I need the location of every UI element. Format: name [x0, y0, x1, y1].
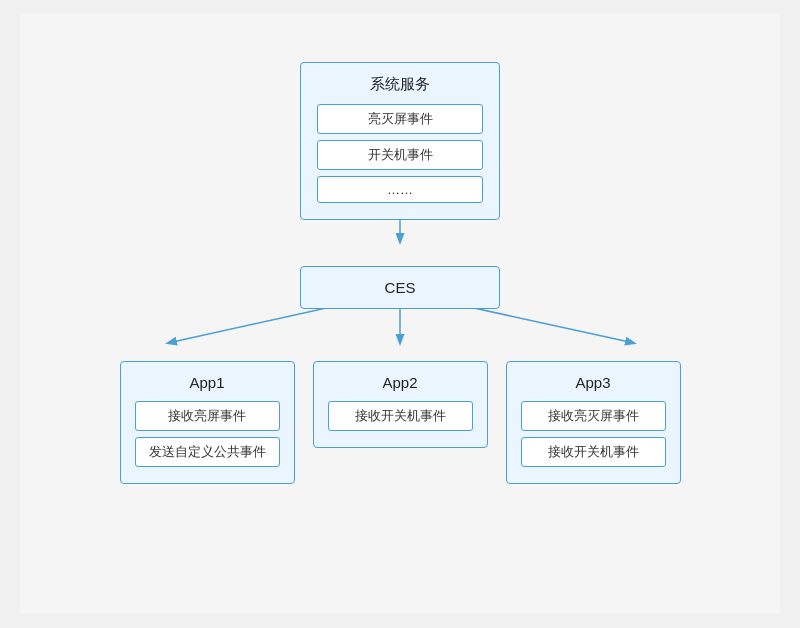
app3-item-0: 接收亮灭屏事件: [521, 401, 666, 431]
app1-box: App1 接收亮屏事件 发送自定义公共事件: [120, 361, 295, 484]
system-service-title: 系统服务: [317, 75, 483, 94]
apps-layer: App1 接收亮屏事件 发送自定义公共事件 App2 接收开关机事件 App3 …: [20, 361, 780, 484]
app1-item-1: 发送自定义公共事件: [135, 437, 280, 467]
app2-item-0: 接收开关机事件: [328, 401, 473, 431]
app1-item-0: 接收亮屏事件: [135, 401, 280, 431]
ces-box: CES: [300, 266, 500, 309]
app1-title: App1: [135, 374, 280, 391]
system-service-layer: 系统服务 亮灭屏事件 开关机事件 ……: [300, 38, 500, 220]
diagram: 系统服务 亮灭屏事件 开关机事件 …… CES App1 接收亮屏事件 发送自定…: [20, 14, 780, 614]
app3-title: App3: [521, 374, 666, 391]
system-service-item-1: 开关机事件: [317, 140, 483, 170]
system-service-box: 系统服务 亮灭屏事件 开关机事件 ……: [300, 62, 500, 220]
app3-item-1: 接收开关机事件: [521, 437, 666, 467]
system-service-item-2: ……: [317, 176, 483, 203]
ces-label: CES: [385, 279, 416, 296]
ces-layer: CES: [300, 266, 500, 309]
app2-title: App2: [328, 374, 473, 391]
app3-box: App3 接收亮灭屏事件 接收开关机事件: [506, 361, 681, 484]
app2-box: App2 接收开关机事件: [313, 361, 488, 448]
system-service-item-0: 亮灭屏事件: [317, 104, 483, 134]
